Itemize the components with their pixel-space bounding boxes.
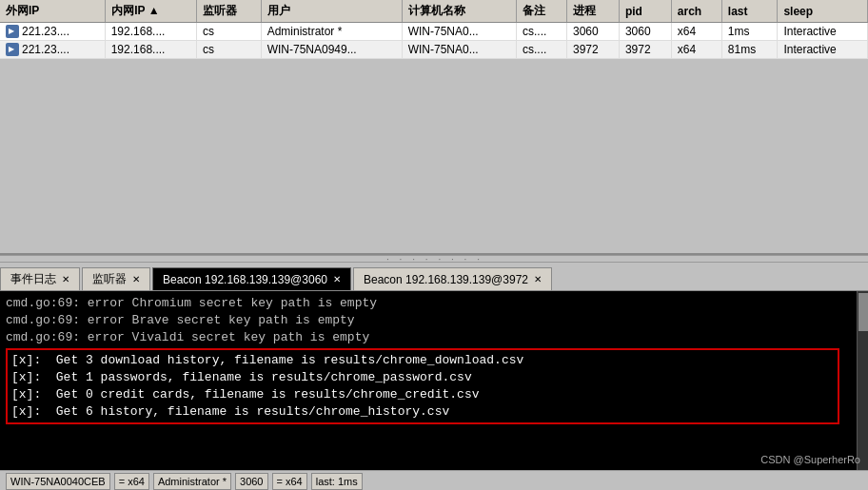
table-container: 外网IP 内网IP ▲ 监听器 用户 计算机名称 备注 进程 pid arch …: [0, 0, 868, 253]
col-note[interactable]: 备注: [517, 0, 567, 23]
table-header-row: 外网IP 内网IP ▲ 监听器 用户 计算机名称 备注 进程 pid arch …: [0, 0, 868, 23]
table-cell: 221.23....: [0, 23, 106, 40]
col-computer-name[interactable]: 计算机名称: [402, 0, 516, 23]
top-panel: 外网IP 内网IP ▲ 监听器 用户 计算机名称 备注 进程 pid arch …: [0, 0, 868, 255]
tab-close-button[interactable]: ✕: [132, 274, 140, 284]
table-row[interactable]: 221.23....192.168....csAdministrator *WI…: [0, 23, 868, 41]
table-cell: Interactive: [778, 23, 868, 41]
col-internal-ip[interactable]: 内网IP ▲: [106, 0, 197, 23]
tab-item[interactable]: 事件日志✕: [0, 267, 80, 290]
status-segment: last: 1ms: [311, 473, 363, 490]
table-cell: cs: [196, 41, 261, 59]
table-cell: Administrator *: [261, 23, 402, 41]
table-cell: WIN-75NA0...: [402, 41, 516, 59]
table-cell: 3060: [567, 23, 620, 41]
terminal-highlight-line: [x]: Get 0 credit cards, filename is res…: [11, 386, 834, 403]
status-segment: WIN-75NA0040CEB: [6, 473, 110, 490]
row-icon: [6, 43, 19, 56]
table-cell: 221.23....: [0, 41, 106, 58]
terminal-line: cmd.go:69: error Brave secret key path i…: [6, 312, 849, 329]
row-icon: [6, 25, 19, 38]
terminal-line: cmd.go:69: error Chromium secret key pat…: [6, 295, 849, 312]
status-segment: Administrator *: [153, 473, 231, 490]
table-cell: 1ms: [721, 23, 778, 41]
table-body: 221.23....192.168....csAdministrator *WI…: [0, 23, 868, 59]
resize-bar[interactable]: · · · · · · · ·: [0, 255, 868, 263]
tab-item[interactable]: Beacon 192.168.139.139@3972✕: [353, 267, 552, 290]
tab-label: 事件日志: [10, 271, 56, 287]
table-cell: x64: [671, 23, 721, 41]
terminal-line: cmd.go:69: error Vivaldi secret key path…: [6, 329, 849, 346]
tab-bar: 事件日志✕监听器✕Beacon 192.168.139.139@3060✕Bea…: [0, 263, 868, 291]
tab-close-button[interactable]: ✕: [534, 274, 542, 284]
terminal-scrollbar-thumb: [858, 293, 868, 331]
table-cell: cs: [196, 23, 261, 41]
table-cell: Interactive: [778, 41, 868, 59]
col-external-ip[interactable]: 外网IP: [0, 0, 106, 23]
table-cell: 3972: [619, 41, 671, 59]
terminal-highlight-line: [x]: Get 6 history, filename is results/…: [11, 403, 834, 421]
terminal-scrollbar[interactable]: [857, 291, 868, 470]
status-segment: = x64: [272, 473, 307, 490]
table-cell: 3060: [619, 23, 671, 41]
tab-item[interactable]: Beacon 192.168.139.139@3060✕: [152, 267, 351, 290]
table-cell: cs....: [517, 23, 567, 41]
table-cell: 3972: [567, 41, 620, 59]
table-row[interactable]: 221.23....192.168....csWIN-75NA0949...WI…: [0, 41, 868, 59]
tab-close-button[interactable]: ✕: [333, 274, 341, 284]
col-sleep[interactable]: sleep: [778, 0, 868, 23]
col-process[interactable]: 进程: [567, 0, 620, 23]
status-segment: 3060: [235, 473, 267, 490]
tab-label: Beacon 192.168.139.139@3060: [163, 273, 327, 286]
col-user[interactable]: 用户: [261, 0, 402, 23]
terminal-highlight-box: [x]: Get 3 download history, filename is…: [6, 348, 839, 425]
status-segment: = x64: [114, 473, 149, 490]
table-cell: 192.168....: [106, 41, 197, 59]
table-cell: WIN-75NA0...: [402, 23, 516, 41]
tab-label: Beacon 192.168.139.139@3972: [364, 273, 528, 286]
terminal[interactable]: cmd.go:69: error Chromium secret key pat…: [0, 291, 868, 470]
terminal-highlight-line: [x]: Get 3 download history, filename is…: [11, 352, 834, 369]
terminal-highlight-line: [x]: Get 1 passwords, filename is result…: [11, 369, 834, 386]
bottom-panel: 事件日志✕监听器✕Beacon 192.168.139.139@3060✕Bea…: [0, 263, 868, 490]
table-cell: 192.168....: [106, 23, 197, 41]
col-last[interactable]: last: [721, 0, 778, 23]
col-pid[interactable]: pid: [619, 0, 671, 23]
status-bar: WIN-75NA0040CEB= x64Administrator *3060=…: [0, 470, 868, 490]
tab-item[interactable]: 监听器✕: [82, 267, 150, 290]
table-cell: WIN-75NA0949...: [261, 41, 402, 59]
table-cell: cs....: [517, 41, 567, 59]
table-cell: x64: [671, 41, 721, 59]
table-cell: 81ms: [721, 41, 778, 59]
watermark: CSDN @SuperherRo: [760, 454, 860, 465]
tab-close-button[interactable]: ✕: [62, 274, 69, 284]
tab-label: 监听器: [92, 271, 127, 287]
col-arch[interactable]: arch: [671, 0, 721, 23]
sessions-table: 外网IP 内网IP ▲ 监听器 用户 计算机名称 备注 进程 pid arch …: [0, 0, 868, 59]
col-listener[interactable]: 监听器: [196, 0, 261, 23]
